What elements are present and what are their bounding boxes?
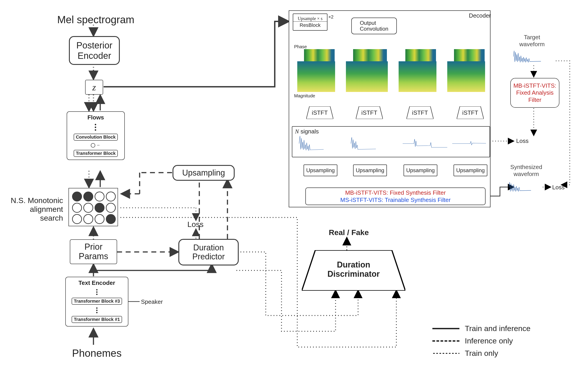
real-fake-label: Real / Fake: [329, 228, 369, 237]
legend-row: Inference only: [432, 336, 531, 345]
istft-text: iSTFT: [312, 109, 328, 116]
upsampling-small-box: Upsampling: [453, 164, 487, 176]
upsampling-text: Upsampling: [182, 168, 225, 178]
flows-conv-chip: Convolution Block: [74, 134, 118, 141]
loss-label: Loss: [187, 220, 204, 229]
duration-predictor-text: Duration Predictor: [192, 243, 225, 261]
upsampling-small-text: Upsampling: [356, 167, 384, 173]
align-cell: [94, 192, 105, 202]
align-cell: [72, 192, 82, 202]
resblock-text: ResBlock: [300, 22, 321, 29]
align-cell: [94, 203, 105, 213]
phase-label: Phase: [294, 44, 307, 49]
istft-text: iSTFT: [412, 109, 428, 116]
diagram-root: { "inputs": { "mel": "Mel spectrogram", …: [0, 0, 588, 375]
flows-title: Flows: [87, 114, 104, 121]
upsample-res-box: Upsample × s ResBlock: [293, 13, 327, 31]
line-solid-icon: [432, 328, 459, 329]
mag-spectrogram: [399, 61, 436, 92]
upsampling-small-text: Upsampling: [306, 167, 335, 173]
istft-box: iSTFT: [407, 106, 433, 119]
output-conv-box: Output Convolution: [351, 18, 397, 34]
loss2-label: Loss: [552, 184, 565, 191]
flows-tx-chip: Transformer Block: [74, 150, 118, 157]
speaker-label: Speaker: [141, 298, 163, 305]
posterior-encoder-text: Posterior Encoder: [76, 40, 112, 61]
text-encoder-title: Text Encoder: [79, 279, 115, 286]
posterior-encoder-box: Posterior Encoder: [69, 36, 120, 65]
alignment-label: N.S. Monotonic alignment search: [9, 196, 63, 222]
synth-waveform: [508, 180, 543, 194]
istft-box: iSTFT: [457, 106, 484, 119]
output-conv-text: Output Convolution: [360, 20, 388, 32]
loss1-label: Loss: [516, 138, 529, 144]
istft-text: iSTFT: [462, 109, 478, 116]
analysis-filter-box: MB-iSTFT-VITS: Fixed Analysis Filter: [510, 78, 559, 108]
prior-params-text: Prior Params: [79, 242, 108, 261]
duration-predictor-box: Duration Predictor: [178, 239, 239, 266]
prior-params-box: Prior Params: [70, 239, 117, 264]
decoder-title: Decoder: [469, 12, 491, 19]
line-dot-icon: [432, 353, 459, 354]
legend-row: Train and inference: [432, 324, 531, 333]
align-cell: [72, 214, 82, 224]
istft-box: iSTFT: [356, 106, 383, 119]
align-cell: [106, 192, 116, 202]
analysis-filter-text: MB-iSTFT-VITS: Fixed Analysis Filter: [514, 82, 556, 103]
target-waveform: [513, 49, 557, 64]
align-cell: [106, 214, 116, 224]
text-encoder-box: Text Encoder ••• Transformer Block #3 ••…: [65, 277, 128, 327]
upsampling-small-box: Upsampling: [353, 164, 387, 176]
istft-text: iSTFT: [361, 109, 378, 116]
magnitude-label: Magnitude: [294, 93, 315, 98]
align-cell: [106, 203, 116, 213]
vdots-icon: •••: [96, 307, 98, 314]
legend: Train and inference Inference only Train…: [432, 324, 531, 361]
vdots-icon: •••: [94, 123, 97, 131]
z-text: z: [92, 82, 96, 93]
flows-box: Flows ••• Convolution Block ← Transforme…: [67, 111, 125, 160]
legend-dash-text: Inference only: [465, 336, 513, 345]
synth-label: Synthesized waveform: [510, 164, 542, 178]
phonemes-label: Phonemes: [72, 347, 122, 359]
duration-discriminator-box: Duration Discriminator: [302, 250, 405, 291]
times2-label: ×2: [328, 14, 334, 20]
tx3-chip: Transformer Block #3: [72, 298, 122, 305]
upsampling-small-text: Upsampling: [406, 167, 435, 173]
mag-spectrogram: [297, 61, 335, 92]
ring-icon: [91, 143, 95, 148]
align-cell: [83, 192, 93, 202]
upsampling-small-text: Upsampling: [456, 167, 485, 173]
legend-solid-text: Train and inference: [465, 324, 531, 333]
tx1-chip: Transformer Block #1: [72, 316, 122, 323]
synth-ms-text: MS-iSTFT-VITS: Trainable Synthesis Filte…: [340, 196, 451, 204]
alignment-grid: [68, 188, 118, 226]
align-cell: [72, 203, 82, 213]
signal-waves: [294, 130, 488, 157]
mag-spectrogram: [346, 61, 388, 92]
upsampling-small-box: Upsampling: [404, 164, 437, 176]
align-cell: [83, 214, 93, 224]
line-dash-icon: [432, 340, 459, 342]
align-cell: [94, 214, 105, 224]
istft-box: iSTFT: [306, 106, 333, 119]
upsample-s-text: Upsample × s: [298, 16, 323, 21]
align-cell: [83, 203, 93, 213]
synth-filter-box: MB-iSTFT-VITS: Fixed Synthesis Filter MS…: [305, 188, 485, 205]
n-signals-label: N signals: [295, 128, 319, 135]
target-label: Target waveform: [519, 34, 545, 48]
z-node: z: [85, 80, 103, 95]
mag-spectrogram: [447, 61, 485, 92]
upsampling-small-box: Upsampling: [304, 164, 337, 176]
n-signals-box: N signals: [292, 126, 490, 157]
duration-discriminator-text: Duration Discriminator: [302, 260, 405, 279]
legend-dot-text: Train only: [465, 349, 498, 358]
vdots-icon: •••: [96, 289, 98, 295]
legend-row: Train only: [432, 349, 531, 358]
synth-mb-text: MB-iSTFT-VITS: Fixed Synthesis Filter: [345, 189, 446, 196]
mel-label: Mel spectrogram: [57, 13, 135, 26]
upsampling-box: Upsampling: [172, 165, 235, 181]
